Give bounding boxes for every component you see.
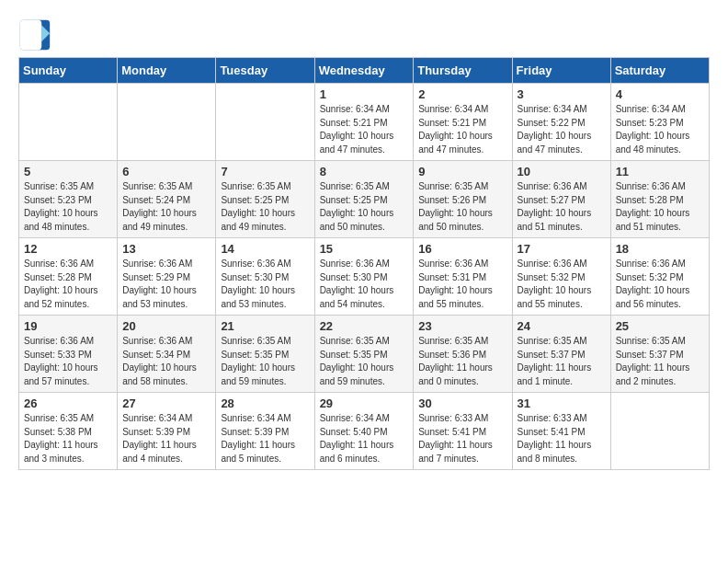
calendar-cell: 11Sunrise: 6:36 AM Sunset: 5:28 PM Dayli… xyxy=(610,161,709,238)
day-info: Sunrise: 6:33 AM Sunset: 5:41 PM Dayligh… xyxy=(518,412,606,465)
day-info: Sunrise: 6:35 AM Sunset: 5:25 PM Dayligh… xyxy=(320,180,409,234)
calendar-cell: 3Sunrise: 6:34 AM Sunset: 5:22 PM Daylig… xyxy=(512,84,610,161)
day-info: Sunrise: 6:35 AM Sunset: 5:23 PM Dayligh… xyxy=(24,180,112,234)
week-row-1: 1Sunrise: 6:34 AM Sunset: 5:21 PM Daylig… xyxy=(19,84,710,161)
day-number: 16 xyxy=(418,242,506,256)
weekday-header-row: SundayMondayTuesdayWednesdayThursdayFrid… xyxy=(19,58,710,84)
day-info: Sunrise: 6:34 AM Sunset: 5:39 PM Dayligh… xyxy=(122,412,210,465)
day-info: Sunrise: 6:36 AM Sunset: 5:33 PM Dayligh… xyxy=(24,335,112,388)
day-number: 7 xyxy=(221,165,309,178)
day-number: 10 xyxy=(518,165,606,178)
logo xyxy=(18,18,55,52)
day-info: Sunrise: 6:35 AM Sunset: 5:37 PM Dayligh… xyxy=(518,335,606,388)
week-row-2: 5Sunrise: 6:35 AM Sunset: 5:23 PM Daylig… xyxy=(19,161,710,238)
calendar-cell: 5Sunrise: 6:35 AM Sunset: 5:23 PM Daylig… xyxy=(19,161,118,238)
calendar-cell: 25Sunrise: 6:35 AM Sunset: 5:37 PM Dayli… xyxy=(610,316,709,393)
day-number: 15 xyxy=(320,242,409,256)
day-info: Sunrise: 6:36 AM Sunset: 5:32 PM Dayligh… xyxy=(518,258,606,311)
day-number: 6 xyxy=(122,165,210,178)
day-number: 2 xyxy=(418,87,506,101)
calendar-cell: 24Sunrise: 6:35 AM Sunset: 5:37 PM Dayli… xyxy=(512,316,610,393)
calendar-cell: 27Sunrise: 6:34 AM Sunset: 5:39 PM Dayli… xyxy=(118,393,216,470)
day-info: Sunrise: 6:35 AM Sunset: 5:37 PM Dayligh… xyxy=(616,335,704,388)
day-info: Sunrise: 6:36 AM Sunset: 5:32 PM Dayligh… xyxy=(616,258,704,311)
day-info: Sunrise: 6:36 AM Sunset: 5:30 PM Dayligh… xyxy=(320,258,409,311)
day-number: 11 xyxy=(616,165,704,178)
calendar-cell: 6Sunrise: 6:35 AM Sunset: 5:24 PM Daylig… xyxy=(118,161,216,238)
calendar-cell: 1Sunrise: 6:34 AM Sunset: 5:21 PM Daylig… xyxy=(314,84,414,161)
day-info: Sunrise: 6:34 AM Sunset: 5:23 PM Dayligh… xyxy=(616,103,704,156)
logo-icon xyxy=(18,18,51,52)
day-number: 21 xyxy=(221,319,309,333)
day-info: Sunrise: 6:35 AM Sunset: 5:36 PM Dayligh… xyxy=(418,335,506,388)
day-info: Sunrise: 6:36 AM Sunset: 5:30 PM Dayligh… xyxy=(221,258,309,311)
day-number: 17 xyxy=(518,242,606,256)
calendar-cell xyxy=(216,84,314,161)
calendar-cell: 21Sunrise: 6:35 AM Sunset: 5:35 PM Dayli… xyxy=(216,316,314,393)
weekday-header-tuesday: Tuesday xyxy=(216,58,314,84)
day-number: 12 xyxy=(24,242,112,256)
day-number: 22 xyxy=(320,319,409,333)
weekday-header-saturday: Saturday xyxy=(610,58,709,84)
day-info: Sunrise: 6:36 AM Sunset: 5:28 PM Dayligh… xyxy=(24,258,112,311)
day-number: 14 xyxy=(221,242,309,256)
week-row-5: 26Sunrise: 6:35 AM Sunset: 5:38 PM Dayli… xyxy=(19,393,710,470)
calendar-cell: 20Sunrise: 6:36 AM Sunset: 5:34 PM Dayli… xyxy=(118,316,216,393)
week-row-4: 19Sunrise: 6:36 AM Sunset: 5:33 PM Dayli… xyxy=(19,316,710,393)
day-info: Sunrise: 6:34 AM Sunset: 5:40 PM Dayligh… xyxy=(320,412,409,465)
calendar-cell: 19Sunrise: 6:36 AM Sunset: 5:33 PM Dayli… xyxy=(19,316,118,393)
day-number: 28 xyxy=(221,396,309,410)
day-info: Sunrise: 6:35 AM Sunset: 5:35 PM Dayligh… xyxy=(221,335,309,388)
calendar-cell: 8Sunrise: 6:35 AM Sunset: 5:25 PM Daylig… xyxy=(314,161,414,238)
day-number: 5 xyxy=(24,165,112,178)
day-info: Sunrise: 6:34 AM Sunset: 5:21 PM Dayligh… xyxy=(320,103,409,156)
day-info: Sunrise: 6:34 AM Sunset: 5:39 PM Dayligh… xyxy=(221,412,309,465)
day-info: Sunrise: 6:34 AM Sunset: 5:21 PM Dayligh… xyxy=(418,103,506,156)
day-number: 18 xyxy=(616,242,704,256)
week-row-3: 12Sunrise: 6:36 AM Sunset: 5:28 PM Dayli… xyxy=(19,238,710,316)
day-info: Sunrise: 6:35 AM Sunset: 5:24 PM Dayligh… xyxy=(122,180,210,234)
calendar-cell: 9Sunrise: 6:35 AM Sunset: 5:26 PM Daylig… xyxy=(414,161,512,238)
day-info: Sunrise: 6:36 AM Sunset: 5:29 PM Dayligh… xyxy=(122,258,210,311)
day-number: 27 xyxy=(122,396,210,410)
day-info: Sunrise: 6:36 AM Sunset: 5:27 PM Dayligh… xyxy=(518,180,606,234)
calendar-cell: 14Sunrise: 6:36 AM Sunset: 5:30 PM Dayli… xyxy=(216,238,314,316)
day-number: 19 xyxy=(24,319,112,333)
calendar-cell: 18Sunrise: 6:36 AM Sunset: 5:32 PM Dayli… xyxy=(610,238,709,316)
calendar-cell: 12Sunrise: 6:36 AM Sunset: 5:28 PM Dayli… xyxy=(19,238,118,316)
calendar-cell: 17Sunrise: 6:36 AM Sunset: 5:32 PM Dayli… xyxy=(512,238,610,316)
calendar-cell: 31Sunrise: 6:33 AM Sunset: 5:41 PM Dayli… xyxy=(512,393,610,470)
day-number: 31 xyxy=(518,396,606,410)
weekday-header-sunday: Sunday xyxy=(19,58,118,84)
weekday-header-thursday: Thursday xyxy=(414,58,512,84)
calendar-cell: 26Sunrise: 6:35 AM Sunset: 5:38 PM Dayli… xyxy=(19,393,118,470)
day-number: 9 xyxy=(418,165,506,178)
day-number: 1 xyxy=(320,87,409,101)
day-number: 4 xyxy=(616,87,704,101)
calendar-cell: 16Sunrise: 6:36 AM Sunset: 5:31 PM Dayli… xyxy=(414,238,512,316)
day-number: 24 xyxy=(518,319,606,333)
weekday-header-wednesday: Wednesday xyxy=(314,58,414,84)
calendar-cell: 7Sunrise: 6:35 AM Sunset: 5:25 PM Daylig… xyxy=(216,161,314,238)
calendar-cell xyxy=(19,84,118,161)
day-info: Sunrise: 6:36 AM Sunset: 5:28 PM Dayligh… xyxy=(616,180,704,234)
svg-rect-2 xyxy=(20,20,41,50)
day-number: 26 xyxy=(24,396,112,410)
day-number: 25 xyxy=(616,319,704,333)
calendar-cell: 29Sunrise: 6:34 AM Sunset: 5:40 PM Dayli… xyxy=(314,393,414,470)
calendar-cell xyxy=(118,84,216,161)
day-info: Sunrise: 6:35 AM Sunset: 5:26 PM Dayligh… xyxy=(418,180,506,234)
calendar-cell: 28Sunrise: 6:34 AM Sunset: 5:39 PM Dayli… xyxy=(216,393,314,470)
calendar-cell: 10Sunrise: 6:36 AM Sunset: 5:27 PM Dayli… xyxy=(512,161,610,238)
day-number: 20 xyxy=(122,319,210,333)
calendar-cell: 4Sunrise: 6:34 AM Sunset: 5:23 PM Daylig… xyxy=(610,84,709,161)
day-number: 30 xyxy=(418,396,506,410)
calendar-cell: 22Sunrise: 6:35 AM Sunset: 5:35 PM Dayli… xyxy=(314,316,414,393)
day-info: Sunrise: 6:35 AM Sunset: 5:38 PM Dayligh… xyxy=(24,412,112,465)
calendar-cell: 23Sunrise: 6:35 AM Sunset: 5:36 PM Dayli… xyxy=(414,316,512,393)
calendar-cell xyxy=(610,393,709,470)
calendar-cell: 15Sunrise: 6:36 AM Sunset: 5:30 PM Dayli… xyxy=(314,238,414,316)
calendar-cell: 30Sunrise: 6:33 AM Sunset: 5:41 PM Dayli… xyxy=(414,393,512,470)
weekday-header-monday: Monday xyxy=(118,58,216,84)
calendar-cell: 2Sunrise: 6:34 AM Sunset: 5:21 PM Daylig… xyxy=(414,84,512,161)
